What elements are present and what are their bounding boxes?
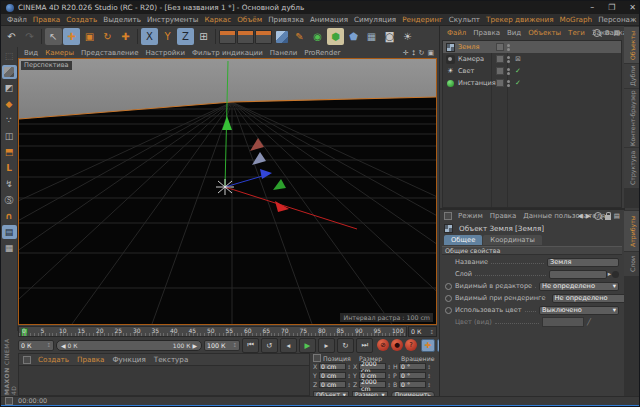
polygons-mode-icon[interactable]: ⬒ — [2, 145, 17, 159]
tab-structure[interactable]: Структура — [624, 148, 640, 188]
object-row-light[interactable]: ☀ Свет ✓ — [443, 65, 621, 77]
visibility-dots[interactable] — [507, 80, 510, 87]
om-menu-file[interactable]: Файл — [444, 29, 469, 37]
viewport-3d[interactable]: Перспектива Интервал растра : 100 cm — [18, 58, 437, 325]
vp-menu-filter[interactable]: Фильтр индикации — [189, 49, 266, 57]
edges-mode-icon[interactable]: ◫ — [2, 129, 17, 143]
tab-attributes[interactable]: Атрибуты — [624, 211, 640, 251]
om-menu-objects[interactable]: Объекты — [525, 29, 564, 37]
menu-snap[interactable]: Привязка — [265, 15, 307, 24]
current-frame-field[interactable]: 0 К ↕ — [408, 326, 437, 337]
visibility-dots[interactable] — [507, 56, 510, 63]
use-color-select[interactable]: Выключено▾ — [539, 306, 619, 315]
menu-file[interactable]: Файл — [4, 15, 30, 24]
rot-b-field[interactable]: 0 ° — [399, 381, 426, 388]
goto-end-button[interactable]: ⏭ — [356, 338, 373, 353]
volume-button[interactable]: ⬟ — [345, 28, 362, 45]
panel-checkbox-icon[interactable] — [444, 212, 452, 220]
make-editable-icon[interactable]: ⬚ — [2, 49, 17, 63]
previous-frame-button[interactable]: ◂ — [280, 338, 297, 353]
name-input[interactable]: Земля — [547, 258, 619, 267]
menu-sculpt[interactable]: Скульпт — [446, 15, 483, 24]
record-keyframe-button[interactable]: ⊘ — [377, 339, 389, 351]
axis-x-lock-button[interactable]: X — [141, 28, 158, 45]
pan-icon[interactable]: ✛ — [403, 49, 409, 57]
mat-menu-texture[interactable]: Текстура — [151, 355, 192, 364]
texture-mode-icon[interactable]: ◩ — [2, 81, 17, 95]
history-back-icon[interactable]: ◀ — [578, 212, 583, 220]
tab-objects[interactable]: Объекты — [624, 27, 640, 63]
keyframe-selection-button[interactable]: ? — [405, 339, 417, 351]
mat-menu-edit[interactable]: Правка — [74, 355, 107, 364]
tab-basic[interactable]: Общее — [444, 235, 482, 245]
tab-content-browser[interactable]: Контент-браузер — [624, 89, 640, 147]
size-z-field[interactable]: 2000 cm — [359, 381, 386, 388]
panel-splitter[interactable] — [440, 208, 625, 210]
panel-checkbox-icon[interactable] — [23, 356, 31, 364]
color-swatch[interactable] — [542, 317, 584, 327]
panel-checkbox-icon[interactable] — [5, 397, 13, 405]
add-primitive-button[interactable] — [273, 28, 290, 45]
enable-axis-icon[interactable]: L — [2, 161, 17, 175]
viewport-solo-icon[interactable]: Ⓢ — [2, 193, 17, 207]
om-list-icon[interactable]: ▤ — [613, 29, 620, 37]
menu-motion-tracker[interactable]: Трекер движения — [483, 15, 556, 24]
render-toggle-icon[interactable] — [496, 79, 504, 87]
om-menu-view[interactable]: Вид — [504, 29, 524, 37]
am-search-icon[interactable] — [594, 212, 602, 220]
vp-menu-panel[interactable]: Панели — [267, 49, 300, 57]
end-frame-field[interactable]: 100 К↕ — [204, 340, 240, 351]
points-mode-icon[interactable]: ∵ — [2, 113, 17, 127]
loop-button[interactable]: ↻ — [337, 338, 354, 353]
modeling-button[interactable]: ⬢ — [327, 28, 344, 45]
section-header[interactable]: Общие свойства — [442, 246, 622, 255]
model-mode-icon[interactable] — [2, 65, 17, 79]
axis-y-lock-button[interactable]: Y — [159, 28, 176, 45]
pos-y-field[interactable]: 0 cm — [319, 372, 346, 379]
visibility-dots[interactable] — [507, 44, 510, 51]
render-picture-viewer-button[interactable] — [237, 28, 254, 45]
render-settings-button[interactable] — [255, 28, 272, 45]
camera-label[interactable]: Перспектива — [21, 61, 72, 70]
tab-coordinates[interactable]: Координаты — [483, 235, 542, 245]
subdivision-surface-button[interactable]: ◉ — [309, 28, 326, 45]
vp-menu-view[interactable]: Вид — [21, 49, 41, 57]
menu-tools[interactable]: Инструменты — [144, 15, 201, 24]
goto-start-button[interactable]: ⏮ — [242, 338, 259, 353]
om-search-icon[interactable] — [593, 29, 601, 37]
animation-dot-icon[interactable] — [445, 283, 452, 290]
stepper-icon[interactable]: ↕ — [429, 329, 434, 335]
play-button[interactable]: ▶ — [299, 338, 316, 353]
check-tag-icon[interactable]: ✓ — [515, 79, 521, 87]
render-toggle-icon[interactable] — [496, 67, 504, 75]
close-button[interactable]: ✕ — [629, 3, 636, 12]
vp-menu-prorender[interactable]: ProRender — [301, 49, 343, 57]
maximize-button[interactable]: ❐ — [608, 3, 615, 12]
am-options-icon[interactable]: ▤ — [614, 212, 620, 220]
axis-z-lock-button[interactable]: Z — [177, 28, 194, 45]
coordinate-system-button[interactable]: ⊞ — [195, 28, 212, 45]
menu-create[interactable]: Создать — [63, 15, 100, 24]
play-backwards-button[interactable]: ↺ — [261, 338, 278, 353]
panel-checkbox-icon[interactable] — [313, 354, 321, 362]
visibility-dots[interactable] — [507, 68, 510, 75]
rotate-tool-button[interactable]: ↻ — [99, 28, 116, 45]
lock-icon[interactable] — [605, 215, 611, 220]
check-tag-icon[interactable]: ✓ — [515, 67, 521, 75]
object-row-earth[interactable]: Земля — [443, 41, 621, 53]
am-menu-edit[interactable]: Правка — [487, 212, 520, 220]
pen-spline-button[interactable]: ✎ — [291, 28, 308, 45]
vp-menu-options[interactable]: Настройки — [142, 49, 188, 57]
object-row-instance[interactable]: Инстанция ✓ — [443, 77, 621, 89]
om-menu-edit[interactable]: Правка — [470, 29, 503, 37]
render-toggle-icon[interactable] — [496, 43, 504, 51]
workplane-mode-icon[interactable]: ◆ — [2, 97, 17, 111]
vp-menu-cameras[interactable]: Камеры — [42, 49, 77, 57]
menu-mograph[interactable]: MoGraph — [557, 15, 596, 24]
am-menu-mode[interactable]: Режим — [455, 212, 486, 220]
camera-button[interactable]: ◙ — [381, 28, 398, 45]
environment-button[interactable]: ▦ — [363, 28, 380, 45]
maximize-view-icon[interactable]: ▣ — [427, 49, 434, 57]
om-filter-icon[interactable]: ⚙ — [604, 29, 610, 37]
size-x-field[interactable]: 2000 cm — [359, 363, 386, 370]
